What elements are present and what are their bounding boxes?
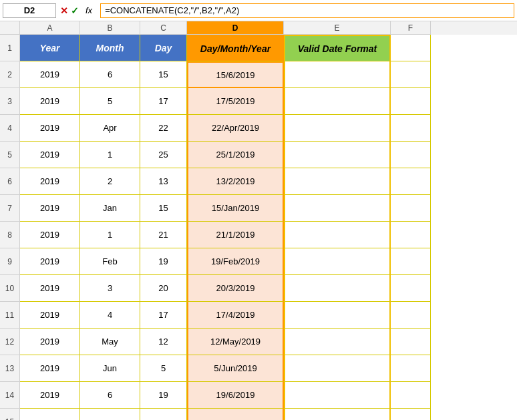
cell-e14[interactable] (284, 382, 391, 409)
row-num-8[interactable]: 8 (0, 222, 20, 248)
col-header-f[interactable]: F (391, 21, 431, 35)
cell-c1[interactable]: Day (140, 35, 187, 61)
cancel-icon[interactable]: ✕ (60, 5, 68, 16)
cell-b11[interactable]: 4 (80, 302, 140, 329)
row-num-7[interactable]: 7 (0, 195, 20, 222)
row-num-13[interactable]: 13 (0, 355, 20, 382)
cell-f8[interactable] (391, 222, 431, 248)
row-num-12[interactable]: 12 (0, 329, 20, 355)
cell-d13[interactable]: 5/Jun/2019 (187, 355, 284, 382)
cell-e12[interactable] (284, 329, 391, 355)
cell-f3[interactable] (391, 88, 431, 115)
cell-c5[interactable]: 25 (140, 142, 187, 168)
cell-a8[interactable]: 2019 (20, 222, 80, 248)
cell-d3[interactable]: 17/5/2019 (187, 88, 284, 115)
row-num-11[interactable]: 11 (0, 302, 20, 329)
row-num-2[interactable]: 2 (0, 61, 20, 88)
cell-reference-box[interactable]: D2 (3, 3, 56, 18)
formula-input[interactable]: =CONCATENATE(C2,"/",B2,"/",A2) (100, 3, 514, 18)
cell-e2[interactable] (284, 61, 391, 88)
cell-d14[interactable]: 19/6/2019 (187, 382, 284, 409)
cell-a12[interactable]: 2019 (20, 329, 80, 355)
col-header-b[interactable]: B (80, 21, 140, 35)
cell-d2[interactable]: 15/6/2019 (187, 61, 284, 88)
row-num-15[interactable]: 15 (0, 409, 20, 420)
cell-e1[interactable]: Valid Date Format (284, 35, 391, 61)
cell-e6[interactable] (284, 168, 391, 195)
cell-f5[interactable] (391, 142, 431, 168)
cell-d11[interactable]: 17/4/2019 (187, 302, 284, 329)
cell-c13[interactable]: 5 (140, 355, 187, 382)
cell-c10[interactable]: 20 (140, 275, 187, 302)
cell-f4[interactable] (391, 115, 431, 142)
col-header-a[interactable]: A (20, 21, 80, 35)
cell-b10[interactable]: 3 (80, 275, 140, 302)
cell-e13[interactable] (284, 355, 391, 382)
row-num-5[interactable]: 5 (0, 142, 20, 168)
row-num-10[interactable]: 10 (0, 275, 20, 302)
cell-a6[interactable]: 2019 (20, 168, 80, 195)
cell-a5[interactable]: 2019 (20, 142, 80, 168)
cell-f9[interactable] (391, 248, 431, 275)
cell-f1[interactable] (391, 35, 431, 61)
col-header-e[interactable]: E (284, 21, 391, 35)
cell-e10[interactable] (284, 275, 391, 302)
cell-f15[interactable] (391, 409, 431, 420)
cell-f10[interactable] (391, 275, 431, 302)
cell-d6[interactable]: 13/2/2019 (187, 168, 284, 195)
cell-f2[interactable] (391, 61, 431, 88)
cell-d15[interactable] (187, 409, 284, 420)
cell-e4[interactable] (284, 115, 391, 142)
cell-b4[interactable]: Apr (80, 115, 140, 142)
col-header-c[interactable]: C (140, 21, 187, 35)
cell-a14[interactable]: 2019 (20, 382, 80, 409)
col-header-d[interactable]: D (187, 21, 284, 35)
cell-e9[interactable] (284, 248, 391, 275)
cell-f14[interactable] (391, 382, 431, 409)
cell-f13[interactable] (391, 355, 431, 382)
cell-d12[interactable]: 12/May/2019 (187, 329, 284, 355)
cell-f11[interactable] (391, 302, 431, 329)
cell-b6[interactable]: 2 (80, 168, 140, 195)
cell-d4[interactable]: 22/Apr/2019 (187, 115, 284, 142)
cell-b5[interactable]: 1 (80, 142, 140, 168)
confirm-icon[interactable]: ✓ (71, 5, 79, 16)
cell-a4[interactable]: 2019 (20, 115, 80, 142)
cell-e7[interactable] (284, 195, 391, 222)
row-num-1[interactable]: 1 (0, 35, 20, 61)
cell-a13[interactable]: 2019 (20, 355, 80, 382)
cell-f12[interactable] (391, 329, 431, 355)
cell-a7[interactable]: 2019 (20, 195, 80, 222)
cell-c12[interactable]: 12 (140, 329, 187, 355)
cell-c14[interactable]: 19 (140, 382, 187, 409)
cell-a15[interactable] (20, 409, 80, 420)
cell-b2[interactable]: 6 (80, 61, 140, 88)
cell-b1[interactable]: Month (80, 35, 140, 61)
cell-e8[interactable] (284, 222, 391, 248)
cell-b14[interactable]: 6 (80, 382, 140, 409)
cell-b7[interactable]: Jan (80, 195, 140, 222)
cell-c7[interactable]: 15 (140, 195, 187, 222)
cell-f6[interactable] (391, 168, 431, 195)
cell-a2[interactable]: 2019 (20, 61, 80, 88)
cell-b15[interactable] (80, 409, 140, 420)
cell-c8[interactable]: 21 (140, 222, 187, 248)
cell-e11[interactable] (284, 302, 391, 329)
cell-a11[interactable]: 2019 (20, 302, 80, 329)
row-num-3[interactable]: 3 (0, 88, 20, 115)
cell-d8[interactable]: 21/1/2019 (187, 222, 284, 248)
row-num-14[interactable]: 14 (0, 382, 20, 409)
cell-c15[interactable] (140, 409, 187, 420)
cell-c6[interactable]: 13 (140, 168, 187, 195)
cell-b9[interactable]: Feb (80, 248, 140, 275)
cell-a3[interactable]: 2019 (20, 88, 80, 115)
cell-d5[interactable]: 25/1/2019 (187, 142, 284, 168)
cell-d1[interactable]: Day/Month/Year (187, 35, 284, 61)
cell-c11[interactable]: 17 (140, 302, 187, 329)
cell-b13[interactable]: Jun (80, 355, 140, 382)
cell-e3[interactable] (284, 88, 391, 115)
cell-c2[interactable]: 15 (140, 61, 187, 88)
cell-e15[interactable] (284, 409, 391, 420)
cell-d9[interactable]: 19/Feb/2019 (187, 248, 284, 275)
cell-b8[interactable]: 1 (80, 222, 140, 248)
